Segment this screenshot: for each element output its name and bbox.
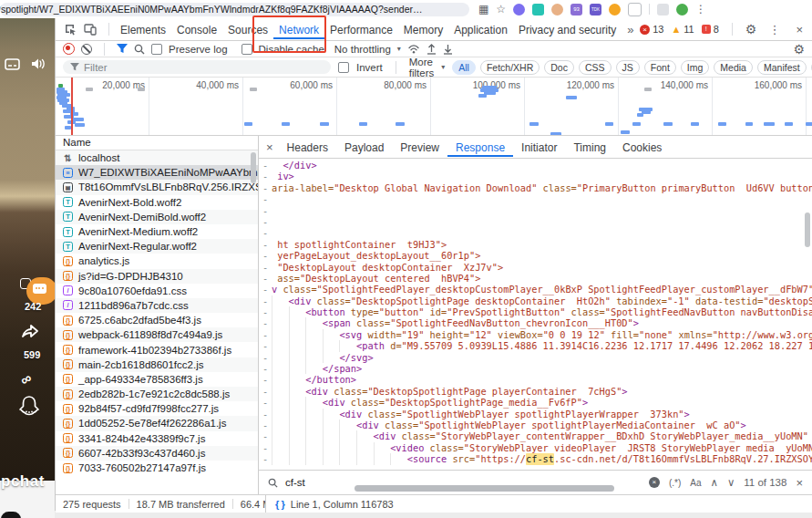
response-tab-payload[interactable]: Payload xyxy=(336,137,392,157)
extension-avatar-icon[interactable] xyxy=(551,4,563,16)
request-row[interactable]: ⇅localhost xyxy=(56,150,258,165)
fold-marker[interactable]: - xyxy=(259,386,272,397)
search-icon[interactable] xyxy=(134,44,145,55)
tab-sources[interactable]: Sources xyxy=(222,20,273,39)
response-tab-timing[interactable]: Timing xyxy=(565,137,614,157)
clear-search-icon[interactable]: × xyxy=(649,477,660,488)
devtools-settings-icon[interactable]: ⚙ xyxy=(745,23,757,36)
request-row[interactable]: {}webpack-611898f8d7c494a9.js xyxy=(56,327,258,342)
request-row[interactable]: {}analytics.js xyxy=(56,254,258,268)
fold-marker[interactable]: - xyxy=(259,160,272,171)
request-row[interactable]: TAvenirNext-DemiBold.woff2 xyxy=(56,210,258,224)
filter-input[interactable]: Filter xyxy=(63,60,331,74)
console-errors-badge[interactable]: ×13 xyxy=(640,24,663,35)
tab-application[interactable]: Application xyxy=(448,20,513,39)
fold-marker[interactable]: - xyxy=(259,430,272,441)
next-match-icon[interactable]: ∨ xyxy=(727,476,735,489)
fold-marker[interactable]: - xyxy=(259,306,272,317)
name-column-header[interactable]: Name xyxy=(56,136,258,150)
speaker-icon[interactable] xyxy=(31,57,46,70)
extension-chat-icon[interactable] xyxy=(609,4,621,16)
fold-marker[interactable]: - xyxy=(259,420,272,430)
fold-marker[interactable]: - xyxy=(259,171,272,181)
filter-pill-fetch-xhr[interactable]: Fetch/XHR xyxy=(480,60,540,75)
fold-marker[interactable]: - xyxy=(259,374,272,385)
browser-menu-icon[interactable]: ⋮ xyxy=(695,4,706,16)
search-query[interactable]: cf-st xyxy=(285,477,305,488)
filter-pill-img[interactable]: Img xyxy=(681,60,710,75)
close-request-details-icon[interactable]: × xyxy=(262,140,277,154)
close-search-icon[interactable]: × xyxy=(796,476,803,490)
extension-badge-icon[interactable]: 93 xyxy=(570,4,582,16)
tab-performance[interactable]: Performance xyxy=(324,20,398,39)
snapchat-ghost-icon[interactable] xyxy=(17,395,41,419)
extension-tdk-icon[interactable]: TDK xyxy=(590,4,601,16)
filter-pill-css[interactable]: CSS xyxy=(579,60,612,75)
tab-console[interactable]: Console xyxy=(171,20,222,39)
clear-network-log-button[interactable] xyxy=(81,44,92,55)
fold-marker[interactable]: - xyxy=(259,409,272,420)
fold-marker[interactable]: - xyxy=(259,442,272,453)
request-row[interactable]: ≡W7_EDIXWTBiXAEEniNoMPwAAYbmFn… xyxy=(56,165,258,180)
request-row[interactable]: {}main-2cb1618d8601fcc2.js xyxy=(56,357,258,372)
filter-pill-media[interactable]: Media xyxy=(714,60,753,75)
fold-marker[interactable]: - xyxy=(259,295,272,306)
pretty-print-icon[interactable]: { } xyxy=(275,499,285,510)
request-row[interactable]: {}js?id=G-DPDHJB4310 xyxy=(56,269,258,284)
horizontal-scrollbar[interactable] xyxy=(355,485,614,492)
issues-badge[interactable]: !8 xyxy=(702,24,719,35)
request-row[interactable]: ▤T8t16OmmfVsLBLFnb8RqV.256.IRZXS… xyxy=(56,180,258,194)
comment-icon[interactable] xyxy=(33,284,46,294)
fold-marker[interactable]: - xyxy=(259,363,272,374)
network-overview[interactable]: 20,000 ms40,000 ms60,000 ms80,000 ms100,… xyxy=(56,78,812,136)
requests-scrollbar[interactable] xyxy=(251,152,256,183)
request-row[interactable]: {}7033-760502b27147a97f.js xyxy=(56,461,258,475)
fold-marker[interactable]: - xyxy=(259,182,272,193)
request-row[interactable]: {}_app-649334e785836ff3.js xyxy=(56,372,258,387)
import-har-icon[interactable] xyxy=(427,44,437,55)
fold-marker[interactable]: - xyxy=(259,329,272,340)
fold-marker[interactable]: - xyxy=(259,216,272,227)
record-network-log-button[interactable] xyxy=(63,43,75,55)
fold-marker[interactable]: - xyxy=(259,193,272,204)
invert-checkbox[interactable] xyxy=(338,62,349,73)
disable-cache-checkbox[interactable] xyxy=(242,44,252,55)
tab-elements[interactable]: Elements xyxy=(115,20,171,39)
response-body[interactable]: -</div>-iv>-aria-label="Desktop Global N… xyxy=(259,159,812,470)
request-row[interactable]: {}1dd05252-5e78ef4f262286a1.js xyxy=(56,416,258,430)
request-row[interactable]: /1211bd896a7b7cdc.css xyxy=(56,298,258,313)
fold-marker[interactable]: - xyxy=(259,340,272,351)
throttling-select[interactable]: No throttling xyxy=(334,44,391,55)
request-row[interactable]: {}framework-41b02394b273386f.js xyxy=(56,342,258,357)
device-toolbar-icon[interactable] xyxy=(83,22,98,36)
network-conditions-icon[interactable] xyxy=(407,44,420,54)
console-warnings-badge[interactable]: ▲11 xyxy=(671,24,694,35)
fold-marker[interactable]: - xyxy=(259,273,272,284)
translate-icon[interactable]: ▦ xyxy=(478,4,488,16)
filter-toggle-icon[interactable] xyxy=(117,44,128,54)
request-row[interactable]: /9c80a10760efda91.css xyxy=(56,284,258,298)
fold-marker[interactable]: - xyxy=(259,352,272,363)
tab-privacy-and-security[interactable]: Privacy and security xyxy=(513,20,622,39)
bookmark-star-icon[interactable]: ☆ xyxy=(496,4,506,16)
filter-pill-all[interactable]: All xyxy=(452,60,476,75)
filter-pill-doc[interactable]: Doc xyxy=(544,60,574,75)
fold-marker[interactable]: - xyxy=(259,317,272,328)
fold-marker[interactable]: - xyxy=(259,205,272,216)
request-row[interactable]: {}92b84f57-cd9fd7f998fcc277.js xyxy=(56,401,258,416)
filter-pill-manifest[interactable]: Manifest xyxy=(757,60,807,75)
regex-toggle[interactable]: (.*) xyxy=(669,478,681,488)
response-tab-cookies[interactable]: Cookies xyxy=(614,137,670,157)
fold-marker[interactable]: - xyxy=(259,453,272,464)
fold-marker[interactable]: - xyxy=(259,239,272,250)
more-panels-icon[interactable]: » xyxy=(622,23,639,36)
export-har-icon[interactable] xyxy=(443,44,453,55)
fold-marker[interactable]: - xyxy=(259,397,272,408)
request-row[interactable]: {}6607-42b33f93c437d460.js xyxy=(56,446,258,461)
fold-marker[interactable]: - xyxy=(259,227,272,238)
response-tab-response[interactable]: Response xyxy=(447,137,513,157)
request-row[interactable]: {}6725.c6abc2dfad5be4f3.js xyxy=(56,313,258,327)
taskbar-button[interactable] xyxy=(1,512,21,518)
fold-marker[interactable]: - xyxy=(259,250,272,261)
devtools-close-icon[interactable]: × xyxy=(792,23,807,36)
